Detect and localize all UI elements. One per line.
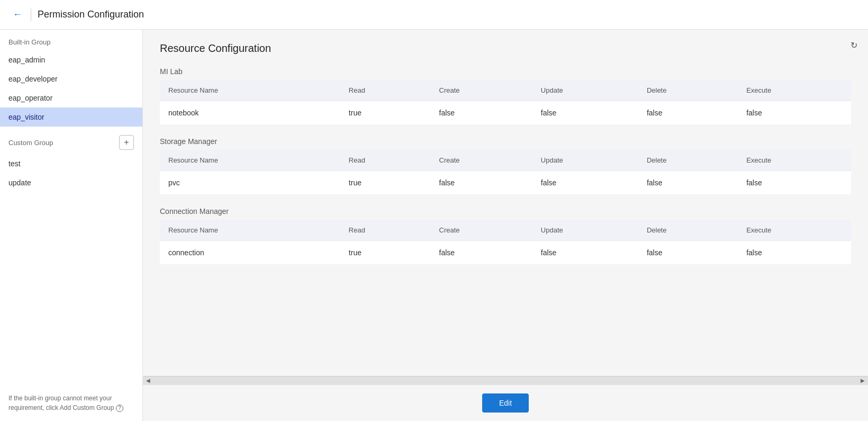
help-icon[interactable]: ?	[116, 405, 123, 412]
table-cell-update: false	[532, 171, 638, 195]
table-cell-execute: false	[738, 171, 851, 195]
table-header-resource-name: Resource Name	[160, 150, 340, 171]
table-cell-resource-name: notebook	[160, 101, 340, 125]
table-header-resource-name: Resource Name	[160, 220, 340, 241]
section-name-mi-lab: MI Lab	[160, 67, 851, 76]
table-header-execute: Execute	[738, 150, 851, 171]
table-header-create: Create	[431, 220, 532, 241]
table-header-delete: Delete	[638, 220, 738, 241]
sidebar-item-eap_visitor[interactable]: eap_visitor	[0, 108, 142, 127]
resource-table-storage-manager: Resource NameReadCreateUpdateDeleteExecu…	[160, 150, 851, 194]
table-cell-execute: false	[738, 241, 851, 265]
table-cell-delete: false	[638, 101, 738, 125]
content-title: Resource Configuration	[160, 42, 851, 55]
table-header-read: Read	[340, 220, 431, 241]
table-header-update: Update	[532, 220, 638, 241]
sidebar-item-eap_developer[interactable]: eap_developer	[0, 69, 142, 88]
custom-group-header: Custom Group +	[0, 127, 142, 154]
resource-table-mi-lab: Resource NameReadCreateUpdateDeleteExecu…	[160, 80, 851, 124]
table-header-delete: Delete	[638, 80, 738, 101]
add-custom-group-button[interactable]: +	[119, 135, 134, 150]
scroll-right-arrow[interactable]: ▶	[861, 378, 865, 383]
table-row: notebooktruefalsefalsefalsefalse	[160, 101, 851, 125]
table-cell-resource-name: connection	[160, 241, 340, 265]
back-icon: ←	[13, 9, 22, 20]
table-cell-delete: false	[638, 241, 738, 265]
table-header-read: Read	[340, 150, 431, 171]
table-cell-read: true	[340, 171, 431, 195]
table-cell-resource-name: pvc	[160, 171, 340, 195]
table-header-create: Create	[431, 150, 532, 171]
header-divider	[31, 8, 31, 21]
footer: Edit	[143, 384, 868, 421]
horizontal-scrollbar[interactable]: ◀ ▶	[143, 376, 868, 384]
table-cell-update: false	[532, 241, 638, 265]
main-layout: Built-in Group eap_admineap_developereap…	[0, 30, 868, 421]
table-cell-create: false	[431, 101, 532, 125]
table-header-delete: Delete	[638, 150, 738, 171]
table-cell-execute: false	[738, 101, 851, 125]
table-header-update: Update	[532, 80, 638, 101]
sidebar-footer: If the built-in group cannot meet your r…	[0, 385, 142, 421]
sidebar-item-update[interactable]: update	[0, 173, 142, 192]
table-cell-delete: false	[638, 171, 738, 195]
table-cell-update: false	[532, 101, 638, 125]
resource-table-connection-manager: Resource NameReadCreateUpdateDeleteExecu…	[160, 220, 851, 264]
sidebar-item-eap_operator[interactable]: eap_operator	[0, 88, 142, 108]
builtin-group-label: Built-in Group	[0, 30, 142, 50]
plus-icon: +	[124, 138, 129, 147]
back-button[interactable]: ←	[11, 7, 24, 22]
header: ← Permission Configuration	[0, 0, 868, 30]
table-header-update: Update	[532, 150, 638, 171]
table-cell-create: false	[431, 241, 532, 265]
scroll-arrows: ◀ ▶	[144, 378, 867, 383]
table-row: pvctruefalsefalsefalsefalse	[160, 171, 851, 195]
builtin-group-list: eap_admineap_developereap_operatoreap_vi…	[0, 50, 142, 127]
footer-text: If the built-in group cannot meet your r…	[8, 395, 114, 411]
section-name-storage-manager: Storage Manager	[160, 137, 851, 146]
refresh-icon: ↻	[851, 41, 857, 50]
table-header-read: Read	[340, 80, 431, 101]
table-cell-read: true	[340, 101, 431, 125]
custom-group-list: testupdate	[0, 154, 142, 192]
content-area: ↻ Resource Configuration MI LabResource …	[143, 30, 868, 421]
sidebar-item-test[interactable]: test	[0, 154, 142, 173]
content-scroll: ↻ Resource Configuration MI LabResource …	[143, 30, 868, 376]
table-row: connectiontruefalsefalsefalsefalse	[160, 241, 851, 265]
refresh-button[interactable]: ↻	[848, 38, 860, 52]
sidebar-item-eap_admin[interactable]: eap_admin	[0, 50, 142, 69]
table-cell-read: true	[340, 241, 431, 265]
resource-sections: MI LabResource NameReadCreateUpdateDelet…	[160, 67, 851, 264]
table-header-create: Create	[431, 80, 532, 101]
edit-button[interactable]: Edit	[482, 393, 529, 413]
table-header-execute: Execute	[738, 220, 851, 241]
custom-group-label: Custom Group	[8, 139, 53, 147]
page-title: Permission Configuration	[38, 9, 144, 20]
table-header-resource-name: Resource Name	[160, 80, 340, 101]
scroll-left-arrow[interactable]: ◀	[146, 378, 150, 383]
sidebar: Built-in Group eap_admineap_developereap…	[0, 30, 143, 421]
table-cell-create: false	[431, 171, 532, 195]
table-header-execute: Execute	[738, 80, 851, 101]
section-name-connection-manager: Connection Manager	[160, 207, 851, 216]
